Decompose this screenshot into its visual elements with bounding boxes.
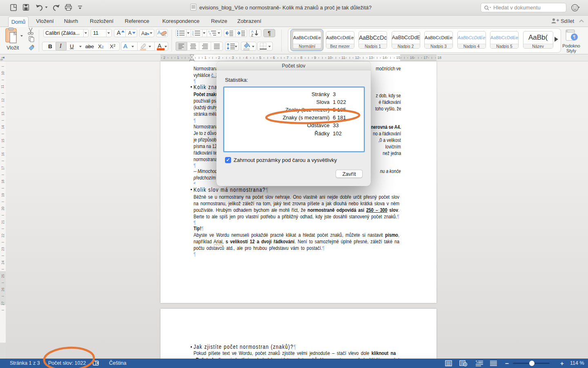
svg-text:i: i: [211, 34, 211, 36]
svg-text:Z: Z: [251, 33, 253, 37]
svg-text:3: 3: [192, 34, 194, 36]
